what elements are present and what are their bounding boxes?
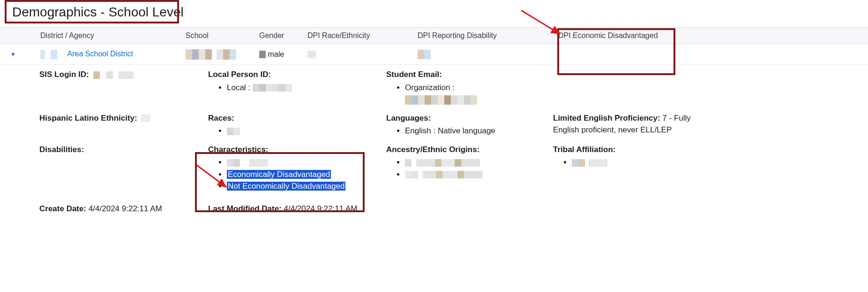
detail-characteristics: Characteristics: Economically Disadvanta… xyxy=(208,144,386,192)
redacted-race-item xyxy=(227,128,240,135)
detail-local-person: Local Person ID: Local : xyxy=(208,69,386,93)
student-email-item: Organization : xyxy=(405,82,553,106)
detail-panel: SIS Login ID: Local Person ID: Local : S… xyxy=(0,65,868,218)
cell-school xyxy=(186,49,259,60)
column-header-gender[interactable]: Gender xyxy=(259,31,307,40)
local-person-item-prefix: Local : xyxy=(227,83,253,92)
hispanic-label: Hispanic Latino Ethnicity: xyxy=(39,114,137,123)
char-2-highlight: Economically Disadvantaged xyxy=(227,170,331,179)
detail-sis-login: SIS Login ID: xyxy=(39,69,208,81)
create-date-label: Create Date: xyxy=(39,204,89,213)
detail-languages: Languages: English : Native language xyxy=(386,112,553,137)
create-date-value: 4/4/2024 9:22:11 AM xyxy=(89,204,162,213)
characteristics-label: Characteristics: xyxy=(208,145,269,154)
redacted-school xyxy=(186,49,236,60)
gender-value: male xyxy=(268,50,284,58)
cell-gender: male xyxy=(259,50,307,59)
detail-student-email: Student Email: Organization : xyxy=(386,69,553,106)
student-email-label: Student Email: xyxy=(386,70,442,79)
languages-label: Languages: xyxy=(386,114,431,123)
detail-lep: Limited English Proficiency: 7 - Fully E… xyxy=(553,112,708,136)
redacted-district-code xyxy=(40,50,57,59)
detail-disabilities: Disabilities: xyxy=(39,144,208,156)
column-header-race[interactable]: DPI Race/Ethnicity xyxy=(307,31,418,40)
cell-race xyxy=(307,50,418,59)
tribal-label: Tribal Affiliation: xyxy=(553,145,615,154)
redacted-ancestry-2 xyxy=(405,171,483,178)
local-person-item: Local : xyxy=(227,82,386,94)
ancestry-item-1 xyxy=(405,156,553,169)
characteristics-item-1 xyxy=(227,156,386,169)
char-3-highlight: Not Economically Disadvantaged xyxy=(227,182,345,191)
sis-login-label: SIS Login ID: xyxy=(39,70,89,79)
redacted-gender-icon xyxy=(259,51,266,58)
redacted-ancestry-1 xyxy=(405,159,480,167)
redacted-disability xyxy=(418,50,431,59)
characteristics-item-3: Not Economically Disadvantaged xyxy=(227,180,386,192)
table-row: ▼ Area School District male xyxy=(0,44,868,65)
redacted-hispanic xyxy=(141,115,150,122)
lep-label: Limited English Proficiency: xyxy=(553,114,662,123)
detail-ancestry: Ancestry/Ethnic Origins: xyxy=(386,144,553,181)
column-header-school[interactable]: School xyxy=(186,31,259,40)
demographics-table-header: District / Agency School Gender DPI Race… xyxy=(0,27,868,44)
ancestry-item-2 xyxy=(405,169,553,181)
redacted-tribal xyxy=(572,159,607,167)
detail-hispanic: Hispanic Latino Ethnicity: xyxy=(39,112,208,124)
row-expand-toggle[interactable]: ▼ xyxy=(10,51,16,58)
cell-district: Area School District xyxy=(26,50,186,59)
detail-last-mod: Last Modified Date: 4/4/2024 9:22:11 AM xyxy=(208,203,386,215)
redacted-race xyxy=(307,51,316,58)
redacted-local-person-id xyxy=(253,84,292,92)
page-title: Demographics - School Level xyxy=(5,2,191,23)
redacted-sis-login xyxy=(93,71,134,79)
races-label: Races: xyxy=(208,114,234,123)
student-email-item-prefix: Organization : xyxy=(405,83,455,92)
column-header-disability[interactable]: DPI Reporting Disability xyxy=(418,31,558,40)
last-mod-label: Last Modified Date: xyxy=(208,204,284,213)
detail-races: Races: xyxy=(208,112,386,137)
languages-item: English : Native language xyxy=(405,125,553,137)
last-mod-value: 4/4/2024 9:22:11 AM xyxy=(284,204,358,213)
column-header-district[interactable]: District / Agency xyxy=(26,31,186,40)
disabilities-label: Disabilities: xyxy=(39,145,84,154)
tribal-item xyxy=(572,156,708,169)
cell-disability xyxy=(418,50,558,59)
redacted-email xyxy=(405,95,477,105)
column-header-econ[interactable]: DPI Economic Disadvantaged xyxy=(558,31,673,40)
detail-tribal: Tribal Affiliation: xyxy=(553,144,708,169)
races-item xyxy=(227,125,386,137)
redacted-char-1 xyxy=(227,159,268,167)
detail-create-date: Create Date: 4/4/2024 9:22:11 AM xyxy=(39,203,208,215)
characteristics-item-2: Economically Disadvantaged xyxy=(227,169,386,181)
ancestry-label: Ancestry/Ethnic Origins: xyxy=(386,145,479,154)
local-person-label: Local Person ID: xyxy=(208,70,271,79)
district-link[interactable]: Area School District xyxy=(67,50,134,58)
